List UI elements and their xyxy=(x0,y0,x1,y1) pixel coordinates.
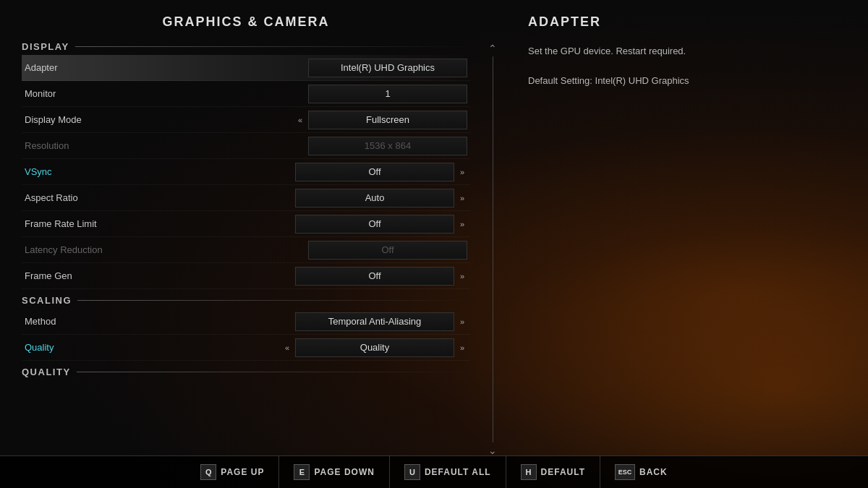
label-frame-gen: Frame Gen xyxy=(25,270,169,281)
value-resolution: 1536 x 864 xyxy=(308,137,467,155)
right-panel-description: Set the GPU device. Restart required. xyxy=(528,44,846,59)
value-quality[interactable]: Quality xyxy=(295,338,454,357)
row-adapter[interactable]: Adapter Intel(R) UHD Graphics xyxy=(22,55,470,81)
arrow-right-method[interactable]: » xyxy=(457,317,467,326)
arrow-right-frame-gen[interactable]: » xyxy=(457,272,467,281)
row-vsync[interactable]: VSync Off » xyxy=(22,159,470,185)
section-display: DISPLAY xyxy=(22,41,470,52)
value-aspect-ratio[interactable]: Auto xyxy=(295,189,454,207)
control-aspect-ratio[interactable]: Auto » xyxy=(295,189,467,207)
right-panel-default: Default Setting: Intel(R) UHD Graphics xyxy=(528,74,846,89)
control-resolution: 1536 x 864 xyxy=(308,137,467,155)
right-panel-title: ADAPTER xyxy=(528,14,846,30)
label-page-up: PAGE UP xyxy=(221,467,264,477)
value-method[interactable]: Temporal Anti-Aliasing xyxy=(295,312,454,331)
key-u: U xyxy=(404,464,420,480)
value-latency-reduction: Off xyxy=(308,241,467,260)
row-aspect-ratio[interactable]: Aspect Ratio Auto » xyxy=(22,185,470,211)
default-label: Default Setting: xyxy=(528,75,592,86)
label-aspect-ratio: Aspect Ratio xyxy=(25,192,169,203)
label-back: BACK xyxy=(639,467,668,477)
control-adapter[interactable]: Intel(R) UHD Graphics xyxy=(308,59,467,77)
section-quality: QUALITY xyxy=(22,367,470,377)
control-latency-reduction: Off xyxy=(308,241,467,260)
arrow-right-aspect-ratio[interactable]: » xyxy=(457,194,467,202)
label-resolution: Resolution xyxy=(25,140,169,151)
control-method[interactable]: Temporal Anti-Aliasing » xyxy=(295,312,467,331)
label-default: DEFAULT xyxy=(541,467,585,477)
label-default-all: DEFAULT ALL xyxy=(425,467,491,477)
scroll-up-arrow: ⌃ xyxy=(488,43,497,53)
left-panel: GRAPHICS & CAMERA DISPLAY Adapter Intel(… xyxy=(0,0,492,463)
label-quality: Quality xyxy=(25,342,169,353)
label-page-down: PAGE DOWN xyxy=(314,467,374,477)
key-q: Q xyxy=(200,464,216,480)
btn-default[interactable]: H DEFAULT xyxy=(506,456,600,488)
label-vsync: VSync xyxy=(25,166,169,177)
value-display-mode[interactable]: Fullscreen xyxy=(308,111,467,129)
control-frame-gen[interactable]: Off » xyxy=(295,267,467,286)
control-vsync[interactable]: Off » xyxy=(295,163,467,181)
row-method[interactable]: Method Temporal Anti-Aliasing » xyxy=(22,309,470,335)
row-frame-rate-limit[interactable]: Frame Rate Limit Off » xyxy=(22,211,470,237)
scrollbar: ⌃ ⌄ xyxy=(492,43,493,455)
row-resolution: Resolution 1536 x 864 xyxy=(22,133,470,159)
bottom-bar: Q PAGE UP E PAGE DOWN U DEFAULT ALL H DE… xyxy=(0,455,868,488)
key-h: H xyxy=(521,464,537,480)
arrow-right-quality[interactable]: » xyxy=(457,343,467,352)
scroll-down-arrow: ⌄ xyxy=(488,445,497,455)
right-panel: ADAPTER Set the GPU device. Restart requ… xyxy=(514,0,868,463)
value-adapter[interactable]: Intel(R) UHD Graphics xyxy=(308,59,467,77)
row-frame-gen[interactable]: Frame Gen Off » xyxy=(22,263,470,289)
label-monitor: Monitor xyxy=(25,88,169,99)
btn-page-down[interactable]: E PAGE DOWN xyxy=(279,456,389,488)
value-monitor[interactable]: 1 xyxy=(308,85,467,103)
default-value: Intel(R) UHD Graphics xyxy=(595,75,689,86)
control-quality[interactable]: « Quality » xyxy=(282,338,467,357)
btn-default-all[interactable]: U DEFAULT ALL xyxy=(390,456,506,488)
row-display-mode[interactable]: Display Mode « Fullscreen xyxy=(22,107,470,133)
control-monitor[interactable]: 1 xyxy=(308,85,467,103)
value-vsync[interactable]: Off xyxy=(295,163,454,181)
row-latency-reduction: Latency Reduction Off xyxy=(22,237,470,263)
row-quality[interactable]: Quality « Quality » xyxy=(22,335,470,361)
row-monitor[interactable]: Monitor 1 xyxy=(22,81,470,107)
section-scaling: SCALING xyxy=(22,295,470,306)
btn-page-up[interactable]: Q PAGE UP xyxy=(186,456,279,488)
label-display-mode: Display Mode xyxy=(25,114,169,125)
key-e: E xyxy=(294,464,310,480)
control-display-mode[interactable]: « Fullscreen xyxy=(295,111,467,129)
arrow-right-frame-rate-limit[interactable]: » xyxy=(457,220,467,228)
value-frame-rate-limit[interactable]: Off xyxy=(295,215,454,234)
control-frame-rate-limit[interactable]: Off » xyxy=(295,215,467,234)
arrow-left-quality[interactable]: « xyxy=(282,343,292,352)
label-latency-reduction: Latency Reduction xyxy=(25,244,169,255)
value-frame-gen[interactable]: Off xyxy=(295,267,454,286)
scroll-track xyxy=(493,56,493,442)
arrow-left-display-mode[interactable]: « xyxy=(295,116,305,124)
label-method: Method xyxy=(25,316,169,327)
arrow-right-vsync[interactable]: » xyxy=(457,168,467,176)
panel-title: GRAPHICS & CAMERA xyxy=(22,14,470,30)
key-esc: ESC xyxy=(615,464,635,480)
btn-back[interactable]: ESC BACK xyxy=(600,456,682,488)
label-adapter: Adapter xyxy=(25,62,169,73)
label-frame-rate-limit: Frame Rate Limit xyxy=(25,218,169,229)
